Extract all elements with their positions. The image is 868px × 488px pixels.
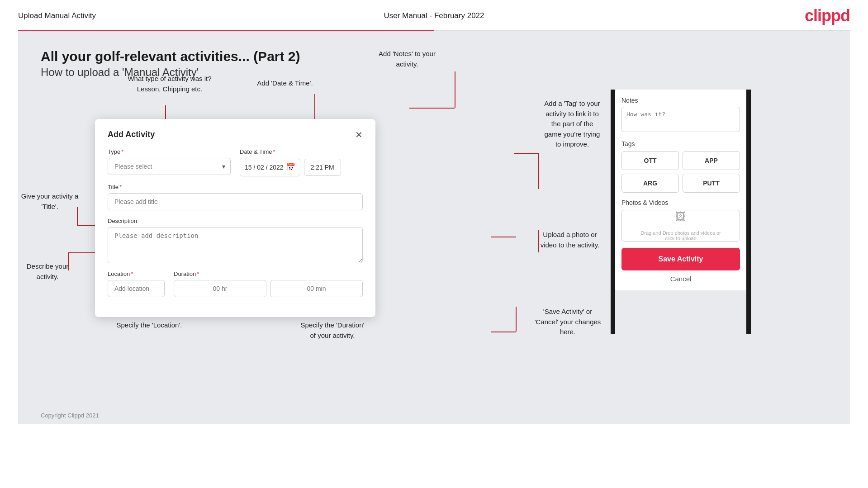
title-input[interactable] (108, 193, 363, 210)
date-value: 15 / 02 / 2022 (245, 164, 284, 171)
title-group: Title* (108, 184, 363, 210)
duration-hr-input[interactable] (174, 280, 266, 297)
calendar-icon: 📅 (286, 163, 295, 171)
datetime-label: Date & Time* (240, 148, 363, 155)
type-group: Type* Please select (108, 148, 231, 176)
arrow-notes-v (455, 71, 455, 108)
description-group: Description (108, 218, 363, 263)
photos-dropzone[interactable]: 🖼 Drag and Drop photos and videos or cli… (621, 210, 740, 242)
arrow-save-v (516, 307, 517, 332)
close-button[interactable]: ✕ (355, 130, 363, 139)
arrow-notes-h (409, 108, 455, 109)
notes-section-label: Notes (621, 97, 740, 104)
annotation-notes: Add 'Notes' to your activity. (362, 49, 452, 69)
photos-section-label: Photos & Videos (621, 199, 740, 206)
arrow-title-v (77, 207, 78, 225)
phone-left-bar (611, 90, 615, 334)
location-label: Location* (108, 270, 165, 277)
date-input[interactable]: 15 / 02 / 2022 📅 (240, 158, 300, 176)
photos-text: Drag and Drop photos and videos or click… (640, 225, 721, 241)
location-group: Location* (108, 270, 165, 297)
annotation-photo: Upload a photo or video to the activity. (516, 230, 624, 250)
form-row-location-duration: Location* Duration* (108, 270, 363, 297)
right-panel: Notes Tags OTT APP ARG PUTT Photos & Vid… (615, 90, 746, 290)
tag-arg[interactable]: ARG (621, 174, 679, 193)
duration-inputs (174, 280, 363, 297)
description-label: Description (108, 218, 363, 224)
arrow-tag-v (538, 153, 539, 189)
photo-icon: 🖼 (675, 210, 686, 223)
phone-right-bar (746, 90, 751, 334)
page-title: Upload Manual Activity (18, 11, 96, 20)
tag-ott[interactable]: OTT (621, 151, 679, 170)
type-label: Type* (108, 148, 231, 155)
arrow-tag-h (514, 153, 539, 154)
top-bar: Upload Manual Activity User Manual - Feb… (0, 0, 868, 30)
manual-title: User Manual - February 2022 (384, 11, 484, 20)
annotation-duration: Specify the 'Duration' of your activity. (280, 320, 384, 341)
cancel-button[interactable]: Cancel (621, 275, 740, 283)
duration-group: Duration* (174, 270, 363, 297)
dialog-header: Add Activity ✕ (108, 130, 363, 139)
annotation-activity-type: What type of activity was it? Lesson, Ch… (115, 74, 224, 94)
notes-textarea[interactable] (621, 107, 740, 132)
arrow-desc-v (68, 252, 69, 270)
location-input[interactable] (108, 280, 165, 297)
annotation-date-time: Add 'Date & Time'. (240, 78, 330, 89)
time-input[interactable]: 2:21 PM (304, 159, 341, 176)
form-row-type-date: Type* Please select Date & Time* 15 / 02… (108, 148, 363, 176)
arrow-save-h (491, 332, 516, 332)
annotation-location: Specify the 'Location'. (104, 320, 194, 331)
tag-putt[interactable]: PUTT (683, 174, 740, 193)
title-form-label: Title* (108, 184, 363, 190)
arrow-photo-h (491, 237, 516, 237)
duration-min-input[interactable] (270, 280, 363, 297)
datetime-inputs: 15 / 02 / 2022 📅 2:21 PM (240, 158, 363, 176)
description-textarea[interactable] (108, 227, 363, 263)
annotation-title: Give your activity a 'Title'. (14, 191, 86, 212)
save-activity-button[interactable]: Save Activity (621, 248, 740, 270)
type-select[interactable]: Please select (108, 158, 231, 175)
type-select-wrapper: Please select (108, 158, 231, 175)
logo-text: clippd (805, 6, 850, 25)
tags-section-label: Tags (621, 140, 740, 147)
tag-app[interactable]: APP (683, 151, 740, 170)
arrow-photo-v (538, 230, 539, 252)
add-activity-dialog: Add Activity ✕ Type* Please select Date … (95, 119, 375, 317)
duration-label: Duration* (174, 270, 363, 277)
tags-grid: OTT APP ARG PUTT (621, 151, 740, 193)
main-content: All your golf-relevant activities... (Pa… (18, 31, 850, 424)
dialog-title: Add Activity (108, 130, 155, 139)
datetime-group: Date & Time* 15 / 02 / 2022 📅 2:21 PM (240, 148, 363, 176)
footer: Copyright Clippd 2021 (41, 412, 99, 419)
logo: clippd (805, 6, 850, 25)
